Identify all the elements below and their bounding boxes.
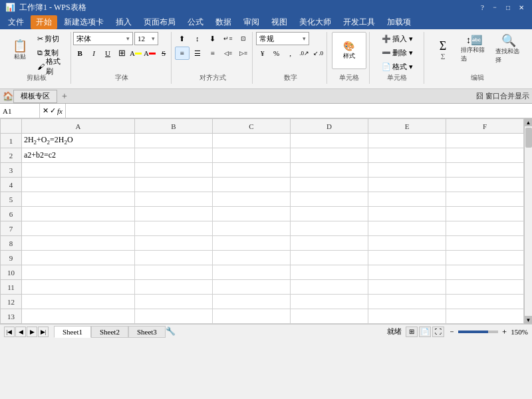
cell-d5[interactable]	[291, 192, 368, 207]
cell-b9[interactable]	[135, 251, 213, 265]
cell-b2[interactable]	[135, 148, 213, 163]
col-header-b[interactable]: B	[135, 119, 213, 134]
cell-f6[interactable]	[446, 207, 523, 221]
menu-formula[interactable]: 公式	[182, 15, 209, 29]
template-tab[interactable]: 模板专区	[13, 90, 57, 103]
cell-b3[interactable]	[135, 163, 213, 178]
cell-a4[interactable]	[21, 178, 134, 192]
fullscreen-view-button[interactable]: ⛶	[432, 327, 444, 337]
cell-b1[interactable]	[135, 134, 213, 148]
cell-b5[interactable]	[135, 192, 213, 207]
cell-f4[interactable]	[446, 178, 523, 192]
cell-f2[interactable]	[446, 148, 523, 163]
cell-f12[interactable]	[446, 295, 523, 309]
zoom-decrease-button[interactable]: －	[448, 327, 456, 336]
menu-file[interactable]: 文件	[3, 15, 29, 29]
add-sheet-button[interactable]: 🔧	[166, 327, 176, 337]
cell-a2[interactable]: a2+b2=c2	[21, 148, 134, 163]
cell-c7[interactable]	[213, 221, 291, 236]
fill-color-button[interactable]: A	[129, 47, 142, 60]
sheet-tab-sheet1[interactable]: Sheet1	[54, 326, 91, 338]
cell-c12[interactable]	[213, 295, 291, 309]
cell-a10[interactable]	[21, 265, 134, 280]
cell-d13[interactable]	[291, 309, 368, 324]
sheet-tab-sheet3[interactable]: Sheet3	[128, 326, 166, 338]
cell-a13[interactable]	[21, 309, 134, 324]
cell-c3[interactable]	[213, 163, 291, 178]
cell-e2[interactable]	[368, 148, 446, 163]
col-header-d[interactable]: D	[291, 119, 368, 134]
format-painter-button[interactable]: 🖌格式刷	[35, 60, 66, 73]
cell-f8[interactable]	[446, 236, 523, 251]
cell-e1[interactable]	[368, 134, 446, 148]
cell-b6[interactable]	[135, 207, 213, 221]
cell-e5[interactable]	[368, 192, 446, 207]
maximize-button[interactable]: □	[503, 2, 513, 13]
sheet-scroll-area[interactable]: A B C D E F 1 2H2+O2=2H2O	[0, 118, 524, 324]
cell-e3[interactable]	[368, 163, 446, 178]
align-bottom-button[interactable]: ⬇	[205, 32, 220, 45]
styles-button[interactable]: 🎨 样式	[332, 32, 366, 69]
formula-cancel-icon[interactable]: ✕	[43, 106, 49, 115]
menu-devtools[interactable]: 开发工具	[338, 15, 380, 29]
number-format-dropdown[interactable]: 常规 ▾	[256, 32, 309, 45]
strikethrough-button[interactable]: S	[157, 47, 170, 60]
formula-confirm-icon[interactable]: ✓	[50, 106, 56, 115]
cell-d10[interactable]	[291, 265, 368, 280]
decimal-decrease-button[interactable]: ↙.0	[312, 47, 325, 60]
cell-a5[interactable]	[21, 192, 134, 207]
menu-newtab[interactable]: 新建选项卡	[59, 15, 109, 29]
col-header-c[interactable]: C	[213, 119, 291, 134]
underline-button[interactable]: U	[101, 47, 114, 60]
cell-e4[interactable]	[368, 178, 446, 192]
col-header-a[interactable]: A	[21, 119, 134, 134]
paste-button[interactable]: 📋 粘贴	[7, 32, 33, 69]
percent-button[interactable]: %	[270, 47, 283, 60]
cut-button[interactable]: ✂剪切	[35, 32, 66, 45]
cell-e12[interactable]	[368, 295, 446, 309]
cell-c10[interactable]	[213, 265, 291, 280]
cell-c8[interactable]	[213, 236, 291, 251]
cell-a11[interactable]	[21, 280, 134, 295]
sortfilter-button[interactable]: ↕🔤 排序和筛选	[458, 32, 491, 66]
minimize-button[interactable]: －	[489, 2, 500, 13]
cell-d2[interactable]	[291, 148, 368, 163]
cell-a8[interactable]	[21, 236, 134, 251]
cell-b10[interactable]	[135, 265, 213, 280]
menu-beautify[interactable]: 美化大师	[294, 15, 336, 29]
align-top-button[interactable]: ⬆	[175, 32, 190, 45]
cell-f13[interactable]	[446, 309, 523, 324]
cell-e10[interactable]	[368, 265, 446, 280]
cell-e13[interactable]	[368, 309, 446, 324]
comma-button[interactable]: ,	[284, 47, 297, 60]
cell-f7[interactable]	[446, 221, 523, 236]
col-header-e[interactable]: E	[368, 119, 446, 134]
border-button[interactable]: ⊞	[115, 47, 128, 60]
cell-d11[interactable]	[291, 280, 368, 295]
cell-d4[interactable]	[291, 178, 368, 192]
align-middle-button[interactable]: ↕	[190, 32, 205, 45]
name-box[interactable]: A1	[0, 104, 40, 118]
menu-addins[interactable]: 加载项	[382, 15, 416, 29]
cell-b13[interactable]	[135, 309, 213, 324]
cell-e8[interactable]	[368, 236, 446, 251]
cell-a9[interactable]	[21, 251, 134, 265]
italic-button[interactable]: I	[87, 47, 100, 60]
cell-d12[interactable]	[291, 295, 368, 309]
cell-c11[interactable]	[213, 280, 291, 295]
align-right-button[interactable]: ≡	[205, 47, 220, 60]
cell-a3[interactable]	[21, 163, 134, 178]
indent-decrease-button[interactable]: ◁≡	[221, 47, 235, 60]
cell-d6[interactable]	[291, 207, 368, 221]
scroll-thumb[interactable]	[525, 128, 532, 148]
cell-e9[interactable]	[368, 251, 446, 265]
cell-c9[interactable]	[213, 251, 291, 265]
indent-increase-button[interactable]: ▷≡	[236, 47, 251, 60]
menu-pagelayout[interactable]: 页面布局	[138, 15, 181, 29]
cell-b8[interactable]	[135, 236, 213, 251]
cell-d1[interactable]	[291, 134, 368, 148]
cell-f3[interactable]	[446, 163, 523, 178]
nav-last-button[interactable]: ▶|	[38, 327, 49, 337]
cell-f10[interactable]	[446, 265, 523, 280]
window-merge-button[interactable]: 囧 窗口合并显示	[476, 91, 529, 101]
